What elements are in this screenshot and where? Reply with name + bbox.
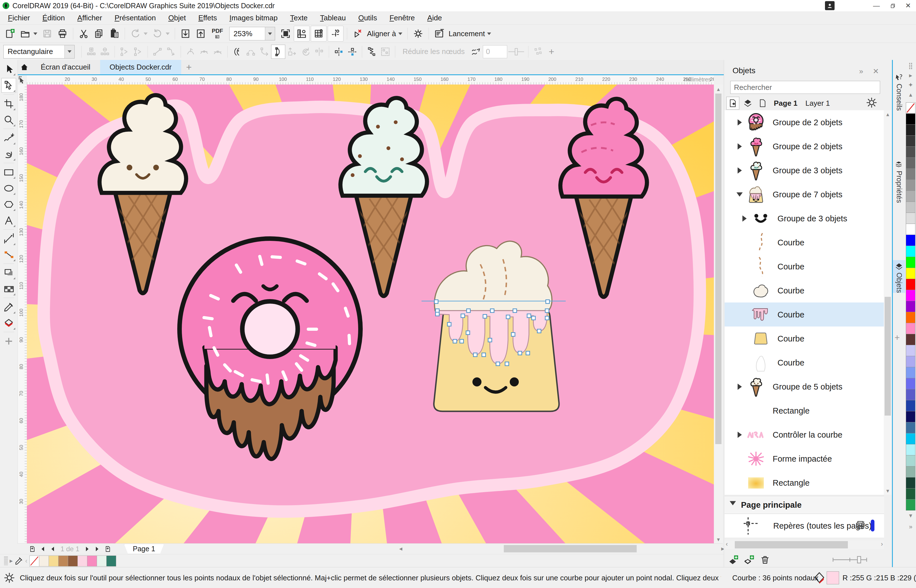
scroll-down-icon[interactable]: ▾	[714, 536, 723, 543]
crop-tool[interactable]	[2, 97, 16, 111]
printer-disabled-icon[interactable]	[855, 520, 865, 530]
add-page-end-button[interactable]	[103, 544, 113, 554]
layers-icon[interactable]	[742, 97, 754, 110]
horizontal-ruler[interactable]: millimètres 2030405060708090100110120130…	[27, 75, 714, 85]
color-swatch[interactable]	[906, 477, 916, 488]
layer-color-indicator[interactable]	[871, 520, 874, 531]
canvas-vertical-scrollbar[interactable]: ▴ ▾	[714, 84, 723, 544]
expander-icon[interactable]	[738, 119, 742, 126]
color-swatch[interactable]	[106, 556, 116, 567]
canvas-horizontal-scrollbar[interactable]: ◂ ▸	[399, 544, 724, 553]
reflect-vertically-button[interactable]	[346, 45, 359, 58]
palette-drag-handle[interactable]: ⣿	[905, 62, 916, 69]
color-swatch[interactable]	[906, 113, 916, 125]
color-swatch[interactable]	[906, 455, 916, 467]
master-page-section[interactable]: Page principale	[725, 496, 884, 514]
menu-effets[interactable]: Effets	[192, 13, 223, 23]
expander-icon[interactable]	[737, 192, 743, 197]
connector-tool[interactable]	[2, 248, 16, 262]
close-button[interactable]: ✕	[900, 0, 916, 11]
palette-up-icon[interactable]: ▸	[905, 72, 916, 79]
select-all-nodes-button[interactable]	[378, 45, 392, 58]
convert-to-curve-button[interactable]	[164, 45, 178, 58]
color-swatch[interactable]	[906, 400, 916, 411]
horizontal-scroll-thumb[interactable]	[504, 545, 637, 552]
pages-icon[interactable]	[756, 97, 769, 110]
object-row[interactable]: Groupe de 7 objets	[725, 183, 884, 206]
menu-fen-tre[interactable]: Fenêtre	[383, 13, 421, 23]
docker-horizontal-scrollbar[interactable]: ‹ ›	[725, 541, 884, 549]
polygon-tool[interactable]	[2, 197, 16, 212]
copy-button[interactable]	[91, 26, 107, 41]
expander-icon[interactable]	[738, 167, 742, 174]
object-row[interactable]: Contrôler la courbe	[725, 423, 884, 447]
palette-drag-handle[interactable]	[4, 557, 8, 565]
next-page-button[interactable]	[82, 544, 92, 554]
color-swatch[interactable]	[906, 224, 916, 235]
palette-scroll-left-icon[interactable]: ‹	[25, 557, 27, 565]
elastic-mode-button[interactable]	[365, 45, 378, 58]
color-eyedropper-tool[interactable]	[2, 300, 16, 314]
color-swatch[interactable]	[906, 378, 916, 389]
palette-eyedropper-icon[interactable]	[15, 557, 23, 565]
export-button[interactable]	[193, 26, 208, 41]
color-swatch[interactable]	[906, 323, 916, 334]
thumbnail-size-slider[interactable]	[819, 556, 881, 564]
palette-scroll-down-icon[interactable]: ▾	[905, 512, 916, 519]
dimension-tool[interactable]	[2, 231, 16, 246]
guides-row[interactable]: Repères (toutes les pages)	[725, 514, 884, 538]
color-swatch[interactable]	[906, 235, 916, 246]
color-swatch[interactable]	[906, 136, 916, 147]
full-screen-preview-button[interactable]	[278, 26, 293, 41]
menu-images-bitmap[interactable]: Images bitmap	[223, 13, 284, 23]
object-row[interactable]: Courbe	[725, 351, 884, 375]
add-node-button[interactable]	[84, 45, 98, 58]
undo-button[interactable]	[128, 26, 143, 41]
color-swatch[interactable]	[906, 179, 916, 191]
add-docker-button[interactable]: +	[895, 333, 900, 343]
interactive-fill-tool[interactable]	[2, 316, 16, 330]
transparency-tool[interactable]	[2, 282, 16, 296]
tree-scroll-down-icon[interactable]: ▾	[884, 487, 892, 494]
docker-close-icon[interactable]: ✕	[871, 67, 881, 76]
last-page-button[interactable]	[92, 544, 103, 554]
object-row[interactable]: Courbe	[725, 302, 884, 326]
color-swatch[interactable]	[48, 556, 58, 567]
rectangle-tool[interactable]	[2, 165, 16, 179]
zoom-tool[interactable]	[2, 113, 16, 127]
object-row[interactable]: Rectangle	[725, 399, 884, 423]
minimize-button[interactable]: —	[869, 0, 884, 11]
palette-picker-icon[interactable]: ✦	[905, 81, 916, 89]
customize-property-bar-button[interactable]: +	[549, 46, 554, 57]
docker-tab-proprits[interactable]: Propriétés	[893, 158, 905, 203]
menu-texte[interactable]: Texte	[284, 13, 314, 23]
restore-button[interactable]	[884, 0, 900, 11]
new-master-layer-button[interactable]	[743, 553, 756, 566]
launch-button-label[interactable]: Lancement	[449, 29, 485, 38]
color-swatch[interactable]	[906, 466, 916, 478]
account-icon[interactable]	[825, 1, 835, 10]
join-nodes-button[interactable]	[131, 45, 145, 58]
object-row[interactable]: Groupe de 5 objets	[725, 375, 884, 399]
menu-fichier[interactable]: Fichier	[2, 13, 36, 23]
color-swatch[interactable]	[906, 157, 916, 169]
color-swatch[interactable]	[87, 556, 97, 567]
new-tab-button[interactable]: +	[181, 60, 197, 74]
docker-settings-gear-icon[interactable]	[866, 97, 877, 108]
zoom-level-combo[interactable]: 253%	[229, 27, 275, 40]
redo-button[interactable]	[150, 26, 165, 41]
expander-icon[interactable]	[738, 384, 742, 390]
tree-scroll-thumb[interactable]	[885, 297, 891, 415]
scroll-left-icon[interactable]: ◂	[399, 545, 402, 552]
open-button[interactable]	[18, 26, 33, 41]
color-swatch[interactable]	[906, 433, 916, 444]
docker-tab-conseils[interactable]: Conseils	[893, 71, 905, 111]
delete-button[interactable]	[759, 553, 772, 566]
open-button-dropdown-icon[interactable]	[33, 32, 37, 35]
color-swatch[interactable]	[906, 312, 916, 323]
add-tools-button[interactable]	[2, 334, 16, 348]
vertical-ruler[interactable]: 1801701601501401301201101009080706050403…	[18, 84, 27, 545]
color-swatch[interactable]	[58, 556, 68, 567]
expander-icon[interactable]	[742, 215, 746, 221]
color-swatch[interactable]	[906, 345, 916, 356]
